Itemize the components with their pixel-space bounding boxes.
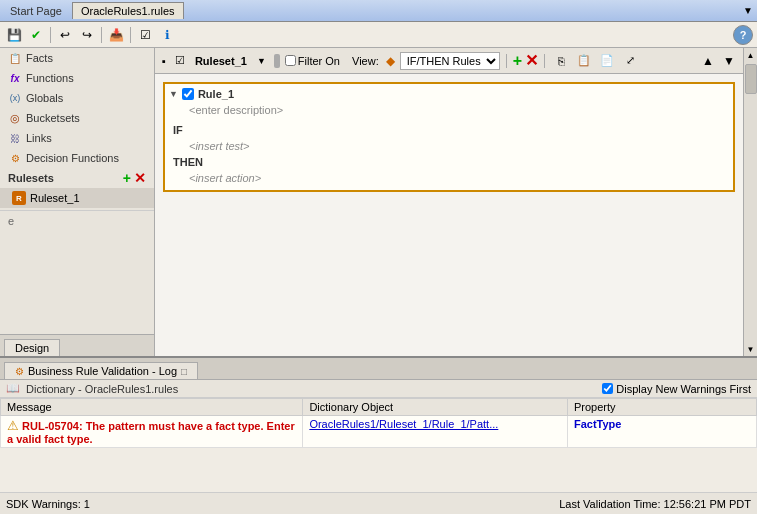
undo-button[interactable]: ↩ [55, 25, 75, 45]
scroll-up-btn[interactable]: ▲ [744, 48, 758, 62]
rulesets-section: Rulesets + ✕ [0, 168, 154, 188]
decision-functions-icon: ⚙ [8, 151, 22, 165]
ruleset-item[interactable]: R Ruleset_1 [0, 188, 154, 208]
row-property-value: FactType [574, 418, 621, 430]
help-button[interactable]: ? [733, 25, 753, 45]
ruleset-display-name: Ruleset_1 [191, 55, 251, 67]
delete-ruleset-button[interactable]: ✕ [134, 171, 146, 185]
separator-2 [101, 27, 102, 43]
sidebar-item-functions[interactable]: fx Functions [0, 68, 154, 88]
links-icon: ⛓ [8, 131, 22, 145]
expand-btn[interactable]: ⤢ [620, 52, 640, 70]
log-dict-icon: 📖 [6, 382, 20, 395]
nav-down-btn[interactable]: ▼ [719, 52, 739, 70]
separator-1 [50, 27, 51, 43]
validate-button[interactable]: ✔ [26, 25, 46, 45]
active-file-tab[interactable]: OracleRules1.rules [72, 2, 184, 19]
window-dropdown-btn[interactable]: ▼ [743, 5, 753, 16]
scroll-thumb[interactable] [745, 64, 757, 94]
if-label: IF [169, 122, 729, 138]
expand-collapse-btn[interactable]: ▪ [159, 52, 169, 70]
main-toolbar: 💾 ✔ ↩ ↪ 📥 ☑ ℹ ? [0, 22, 757, 48]
display-check[interactable]: Display New Warnings First [602, 383, 751, 395]
filter-checkbox[interactable]: Filter On [285, 55, 340, 67]
delete-rule-btn[interactable]: ✕ [525, 51, 538, 70]
warning-icon: ⚠ [7, 418, 19, 433]
sidebar-item-facts[interactable]: 📋 Facts [0, 48, 154, 68]
close-log-tab-btn[interactable]: □ [181, 366, 187, 377]
view-label: View: [350, 55, 381, 67]
rule-header: ▼ Rule_1 [169, 88, 729, 100]
log-tab-label: Business Rule Validation - Log [28, 365, 177, 377]
sidebar-item-globals[interactable]: (x) Globals [0, 88, 154, 108]
redo-button[interactable]: ↪ [77, 25, 97, 45]
display-warnings-check[interactable] [602, 383, 613, 394]
info-button[interactable]: ℹ [157, 25, 177, 45]
row-dict-object-link[interactable]: OracleRules1/Ruleset_1/Rule_1/Patt... [309, 418, 498, 430]
sidebar-functions-label: Functions [26, 72, 74, 84]
checkbox-btn[interactable]: ☑ [172, 52, 188, 70]
add-ruleset-button[interactable]: + [123, 171, 131, 185]
sidebar-item-decision-functions[interactable]: ⚙ Decision Functions [0, 148, 154, 168]
rulesets-label: Rulesets [8, 172, 54, 184]
ruleset-dropdown-btn[interactable]: ▼ [254, 52, 269, 70]
start-page-tab[interactable]: Start Page [4, 3, 68, 19]
if-placeholder[interactable]: <insert test> [169, 138, 729, 154]
add-rule-btn[interactable]: + [513, 52, 522, 70]
log-table: Message Dictionary Object Property ⚠ RUL… [0, 398, 757, 448]
log-tab-icon: ⚙ [15, 366, 24, 377]
sep-tools [544, 54, 545, 68]
validation-log-tab[interactable]: ⚙ Business Rule Validation - Log □ [4, 362, 198, 379]
import-button[interactable]: 📥 [106, 25, 126, 45]
col-property: Property [567, 399, 756, 416]
rule-box: ▼ Rule_1 <enter description> IF <insert … [163, 82, 735, 192]
rule-description[interactable]: <enter description> [169, 104, 729, 116]
filter-divider [274, 54, 280, 68]
sidebar-df-label: Decision Functions [26, 152, 119, 164]
active-file-label: OracleRules1.rules [81, 5, 175, 17]
ruleset-name-label: Ruleset_1 [30, 192, 80, 204]
warnings-count: SDK Warnings: 1 [6, 498, 90, 510]
sidebar-item-bucketsets[interactable]: ◎ Bucketsets [0, 108, 154, 128]
save-button[interactable]: 💾 [4, 25, 24, 45]
table-row: ⚠ RUL-05704: The pattern must have a fac… [1, 416, 757, 448]
design-tab[interactable]: Design [4, 339, 60, 356]
log-table-area: Message Dictionary Object Property ⚠ RUL… [0, 398, 757, 492]
log-footer: SDK Warnings: 1 Last Validation Time: 12… [0, 492, 757, 514]
globals-icon: (x) [8, 91, 22, 105]
view-icon: ◆ [386, 54, 395, 68]
paste-btn[interactable]: 📋 [574, 52, 594, 70]
sidebar-links-label: Links [26, 132, 52, 144]
log-header: 📖 Dictionary - OracleRules1.rules Displa… [0, 380, 757, 398]
facts-icon: 📋 [8, 51, 22, 65]
collapse-btn[interactable]: ▼ [169, 89, 178, 99]
then-placeholder[interactable]: <insert action> [169, 170, 729, 186]
separator-3 [130, 27, 131, 43]
paste2-btn[interactable]: 📄 [597, 52, 617, 70]
copy-btn[interactable]: ⎘ [551, 52, 571, 70]
start-page-label: Start Page [10, 5, 62, 17]
nav-up-btn[interactable]: ▲ [698, 52, 718, 70]
main-scrollbar[interactable]: ▲ ▼ [743, 48, 757, 356]
row-message-cell: ⚠ RUL-05704: The pattern must have a fac… [1, 416, 303, 448]
sidebar-bucketsets-label: Bucketsets [26, 112, 80, 124]
sidebar: 📋 Facts fx Functions (x) Globals ◎ Bucke… [0, 48, 155, 356]
main-area: 📋 Facts fx Functions (x) Globals ◎ Bucke… [0, 48, 757, 356]
rulesets-controls: + ✕ [123, 171, 146, 185]
content-area: ▪ ☑ Ruleset_1 ▼ Filter On View: ◆ IF/THE… [155, 48, 743, 356]
bucketsets-icon: ◎ [8, 111, 22, 125]
scroll-down-btn[interactable]: ▼ [744, 342, 758, 356]
log-content: 📖 Dictionary - OracleRules1.rules Displa… [0, 380, 757, 514]
row-property-cell: FactType [567, 416, 756, 448]
check-button[interactable]: ☑ [135, 25, 155, 45]
sidebar-item-links[interactable]: ⛓ Links [0, 128, 154, 148]
rule-editor: ▼ Rule_1 <enter description> IF <insert … [155, 74, 743, 356]
col-dict-object: Dictionary Object [303, 399, 568, 416]
row-dict-object-cell: OracleRules1/Ruleset_1/Rule_1/Patt... [303, 416, 568, 448]
rule-enabled-check[interactable] [182, 88, 194, 100]
view-select[interactable]: IF/THEN Rules [400, 52, 500, 70]
filter-on-check[interactable] [285, 55, 296, 66]
rule-name: Rule_1 [198, 88, 234, 100]
sidebar-globals-label: Globals [26, 92, 63, 104]
sidebar-bottom-text: e [0, 210, 154, 334]
